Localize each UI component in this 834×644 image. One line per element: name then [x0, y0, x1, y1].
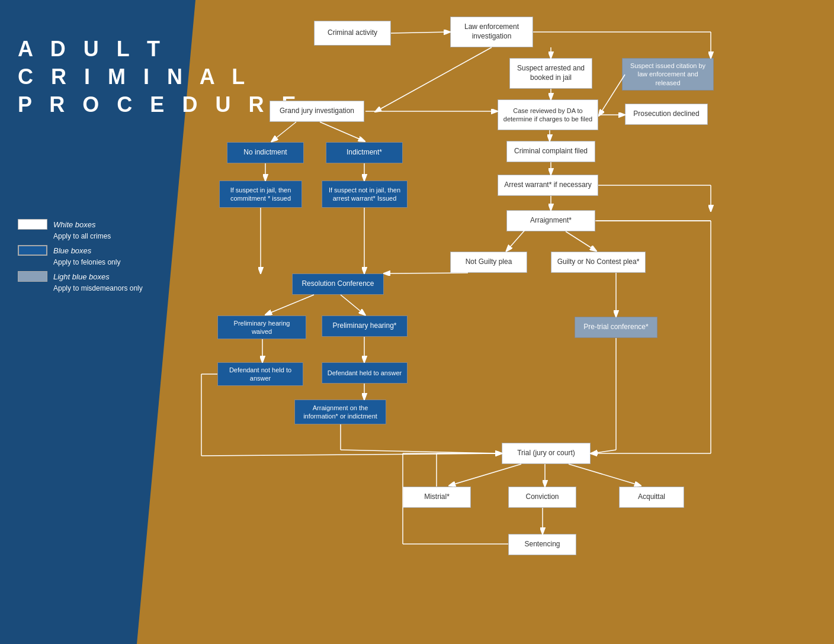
svg-line-24 [341, 295, 364, 314]
box-preliminary-hearing: Preliminary hearing* [322, 315, 408, 337]
box-acquittal: Acquittal [619, 487, 684, 508]
box-grand-jury: Grand jury investigation [270, 101, 364, 122]
box-mistrial: Mistrial* [403, 487, 471, 508]
svg-line-34 [592, 450, 616, 453]
box-if-in-jail: If suspect in jail, then commitment * is… [219, 181, 302, 208]
box-resolution: Resolution Conference [292, 273, 384, 295]
svg-line-13 [272, 122, 296, 141]
box-criminal-complaint: Criminal complaint filed [506, 141, 595, 162]
box-not-guilty: Not Guilty plea [450, 252, 527, 273]
box-if-not-in-jail: If suspect not in jail, then arrest warr… [322, 181, 408, 208]
box-arraignment-info: Arraignment on the information* or indic… [294, 400, 386, 424]
box-conviction: Conviction [508, 487, 576, 508]
svg-line-21 [385, 273, 468, 273]
box-sentencing: Sentencing [508, 534, 576, 555]
svg-line-30 [201, 453, 501, 456]
box-guilty: Guilty or No Contest plea* [551, 252, 646, 273]
box-prosecution-declined: Prosecution declined [625, 104, 708, 125]
svg-line-43 [569, 464, 640, 485]
box-trial: Trial (jury or court) [502, 443, 591, 464]
box-defendant-held: Defendant held to answer [322, 362, 408, 384]
box-suspect-issued: Suspect issued citation by law enforceme… [622, 58, 714, 91]
svg-line-23 [267, 295, 314, 314]
flow-area: Criminal activity Law enforcement invest… [0, 0, 834, 644]
svg-line-10 [599, 75, 625, 115]
svg-line-12 [376, 47, 492, 111]
box-case-reviewed: Case reviewed by DA to determine if char… [498, 99, 598, 130]
box-law-enforcement: Law enforcement investigation [450, 17, 533, 47]
box-suspect-arrested: Suspect arrested and booked in jail [509, 58, 592, 89]
box-arrest-warrant: Arrest warrant* if necessary [498, 175, 598, 196]
svg-line-14 [320, 122, 364, 141]
svg-line-20 [566, 231, 595, 250]
box-no-indictment: No indictment [227, 142, 304, 163]
box-indictment: Indictment* [326, 142, 403, 163]
svg-line-32 [341, 450, 501, 453]
box-arraignment: Arraignment* [506, 210, 595, 231]
svg-line-41 [450, 464, 521, 485]
box-defendant-not-held: Defendant not held to answer [217, 362, 303, 386]
svg-line-1 [391, 32, 449, 33]
flow-arrows [0, 0, 834, 644]
box-preliminary-waived: Preliminary hearing waived [217, 315, 306, 339]
box-criminal-activity: Criminal activity [314, 21, 391, 46]
box-pretrial: Pre-trial conference* [575, 317, 657, 338]
